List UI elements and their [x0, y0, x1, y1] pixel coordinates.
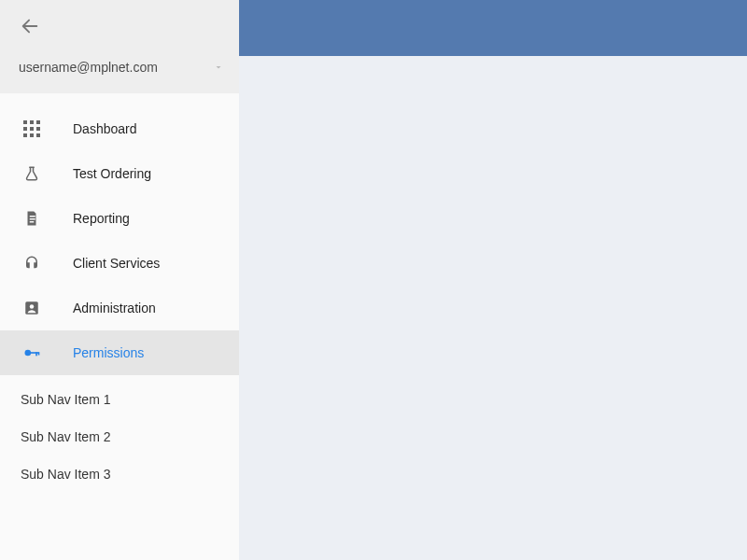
- svg-point-13: [30, 304, 35, 309]
- user-dropdown[interactable]: username@mplnet.com: [19, 60, 224, 75]
- back-button[interactable]: [19, 15, 41, 37]
- flask-icon: [21, 162, 43, 185]
- arrow-left-icon: [20, 16, 40, 36]
- subnav-item-label: Sub Nav Item 2: [21, 429, 111, 444]
- svg-rect-0: [23, 120, 27, 124]
- chevron-down-icon: [213, 62, 224, 73]
- subnav-item[interactable]: Sub Nav Item 1: [0, 381, 239, 418]
- sidebar-item-test-ordering[interactable]: Test Ordering: [0, 151, 239, 196]
- subnav-item-label: Sub Nav Item 1: [21, 392, 111, 407]
- sidebar-nav: Dashboard Test Ordering Reporting Client…: [0, 93, 239, 375]
- svg-rect-16: [35, 352, 37, 356]
- svg-rect-8: [36, 133, 40, 137]
- sidebar-item-permissions[interactable]: Permissions: [0, 330, 239, 375]
- svg-rect-6: [23, 133, 27, 137]
- sidebar-item-reporting[interactable]: Reporting: [0, 196, 239, 241]
- svg-rect-3: [23, 127, 27, 131]
- app-root: username@mplnet.com Dashboard Test Order…: [0, 0, 747, 560]
- main: [239, 0, 747, 560]
- sidebar-item-label: Permissions: [73, 345, 144, 360]
- sidebar-item-label: Test Ordering: [73, 166, 151, 181]
- svg-rect-9: [30, 216, 35, 217]
- user-square-icon: [21, 297, 43, 319]
- svg-rect-10: [30, 218, 35, 220]
- svg-rect-4: [30, 127, 34, 131]
- sidebar-item-label: Reporting: [73, 211, 130, 226]
- sidebar-subnav: Sub Nav Item 1 Sub Nav Item 2 Sub Nav It…: [0, 375, 239, 493]
- svg-point-14: [25, 350, 32, 357]
- svg-rect-1: [30, 120, 34, 124]
- user-email: username@mplnet.com: [19, 60, 158, 75]
- sidebar-header: username@mplnet.com: [0, 0, 239, 93]
- sidebar: username@mplnet.com Dashboard Test Order…: [0, 0, 239, 560]
- sidebar-item-label: Administration: [73, 301, 156, 315]
- sidebar-item-dashboard[interactable]: Dashboard: [0, 106, 239, 151]
- subnav-item-label: Sub Nav Item 3: [21, 467, 111, 482]
- document-icon: [21, 207, 43, 230]
- key-icon: [21, 342, 43, 364]
- subnav-item[interactable]: Sub Nav Item 3: [0, 455, 239, 493]
- svg-rect-5: [36, 127, 40, 131]
- content-area: [239, 56, 747, 560]
- sidebar-item-label: Dashboard: [73, 121, 137, 136]
- svg-rect-7: [30, 133, 34, 137]
- headset-icon: [21, 252, 43, 274]
- subnav-item[interactable]: Sub Nav Item 2: [0, 418, 239, 455]
- topbar: [239, 0, 747, 56]
- svg-rect-17: [38, 352, 40, 355]
- sidebar-item-administration[interactable]: Administration: [0, 286, 239, 330]
- apps-grid-icon: [21, 118, 43, 140]
- sidebar-item-label: Client Services: [73, 256, 160, 271]
- svg-rect-15: [30, 352, 38, 354]
- svg-rect-11: [30, 221, 35, 223]
- svg-rect-2: [36, 120, 40, 124]
- sidebar-item-client-services[interactable]: Client Services: [0, 241, 239, 286]
